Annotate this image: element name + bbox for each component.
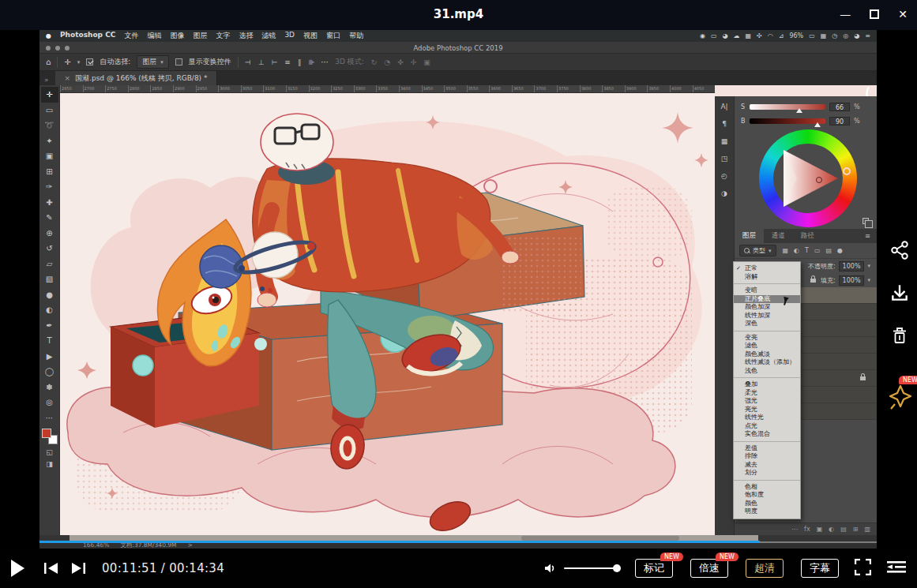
adjustments-panel-icon[interactable]: ◑ [721,189,727,197]
home-icon[interactable]: ⌂ [46,58,51,66]
search-icon[interactable]: ◎ [843,30,848,42]
playlist-button[interactable] [887,560,906,577]
show-transform-checkbox[interactable] [175,58,182,66]
blend-mode-item[interactable]: 减去 [734,461,800,470]
menu-list-icon[interactable]: ≡ [865,30,870,42]
filter-pixel-icon[interactable]: ▦ [783,247,789,254]
stamp-tool[interactable]: ⊕ [41,226,58,242]
minimize-icon[interactable]: — [840,6,851,22]
brightness-value[interactable]: 90 [829,117,850,125]
menu-item-11[interactable]: 帮助 [349,31,363,41]
record-icon[interactable]: ◉ [700,30,705,42]
marquee-tool[interactable]: ▭ [41,103,58,118]
delete-layer-icon[interactable]: ▥ [864,526,870,533]
align-icon-3[interactable]: ≡ [284,58,291,66]
pin-button[interactable]: NEW [887,384,912,414]
effects-icon[interactable]: fx [804,526,810,533]
adjustment-icon[interactable]: ◐ [829,526,834,533]
dodge-tool[interactable]: ◐ [41,302,58,318]
panel-resize-icon[interactable] [863,218,869,224]
pen-tool[interactable]: ✒ [41,318,58,334]
type-tool[interactable]: T [41,333,58,349]
toolbar-collapse-icon[interactable]: » [39,76,55,85]
saturation-slider[interactable] [750,104,825,110]
share-button[interactable] [888,238,911,262]
move-tool-icon[interactable]: ✛ [64,58,70,66]
blend-mode-item[interactable]: 线性加深 [734,312,800,320]
download-button[interactable] [888,281,911,305]
volume-slider[interactable] [564,567,619,569]
siri-icon[interactable]: ◕ [854,30,859,42]
group-icon[interactable]: ▤ [840,526,847,533]
blend-mode-item[interactable]: 变暗 [734,287,800,295]
blend-mode-item[interactable]: 亮光 [734,406,800,414]
menu-item-8[interactable]: 3D [284,31,295,41]
gradient-tool[interactable]: ▧ [41,272,58,287]
volume-icon[interactable] [544,563,558,574]
blend-mode-item[interactable]: 强光 [734,397,800,406]
blend-mode-item[interactable]: 点光 [734,422,800,431]
filter-smart-icon[interactable]: ▤ [826,247,832,254]
zoom-tool[interactable]: ◎ [41,395,58,410]
apple-menu-icon[interactable]: ● [46,32,51,39]
quality-button[interactable]: 超清 [746,559,784,578]
color-wheel[interactable] [759,129,857,227]
mask-icon[interactable]: ▣ [817,526,823,533]
delete-button[interactable] [888,324,911,347]
menu-item-6[interactable]: 选择 [239,31,253,41]
filter-type-icon[interactable]: T [805,247,809,254]
panel-tab-1[interactable]: 通道 [764,229,793,243]
blend-mode-item[interactable]: 滤色 [734,342,800,350]
fullscreen-button[interactable] [855,559,871,579]
blend-mode-item[interactable]: 色相 [734,483,800,492]
screen-mode-icon[interactable]: ◨ [46,460,53,468]
filter-adjust-icon[interactable]: ◐ [794,247,799,254]
airplay-icon[interactable]: ⊿ [779,30,784,42]
chevron-down-icon[interactable]: ▾ [867,263,870,269]
filter-attr-icon[interactable]: ● [837,247,843,254]
video-frame[interactable]: ● Photoshop CC文件编辑图像图层文字选择滤镜3D视图窗口帮助 ◉▭◕… [39,30,877,549]
play-button[interactable] [11,560,24,577]
blend-mode-item[interactable]: 颜色减淡 [734,350,800,359]
previous-button[interactable] [43,562,59,575]
hue-ring-selector[interactable] [843,167,851,175]
blend-mode-item[interactable]: 线性减淡（添加） [734,358,800,367]
blend-mode-item[interactable]: 深色 [734,320,800,328]
subtitle-button[interactable]: 字幕 [801,559,839,578]
blend-mode-item[interactable]: 颜色加深 [734,303,800,312]
document-tab[interactable]: × 国潮.psd @ 166% (线稿 拷贝, RGB/8) * [55,71,218,85]
maximize-icon[interactable] [870,9,879,19]
libraries-panel-icon[interactable]: ◳ [721,155,728,163]
move-tool[interactable]: ✛ [41,87,58,103]
volume-control[interactable] [544,563,619,574]
menu-item-2[interactable]: 编辑 [147,31,161,41]
align-icon-0[interactable]: ⊣ [245,58,251,66]
mark-button[interactable]: 标记NEW [635,559,673,578]
more-options-icon[interactable]: ⋯ [321,58,329,66]
menu-item-1[interactable]: 文件 [124,31,138,41]
paragraph-panel-icon[interactable]: ¶ [722,120,727,128]
filter-shape-icon[interactable]: ▭ [814,247,821,254]
auto-select-dropdown[interactable]: 图层 ▾ [137,55,169,69]
menu-item-9[interactable]: 视图 [303,31,318,41]
blend-mode-menu[interactable]: 正常✓溶解变暗正片叠底颜色加深线性加深深色变亮滤色颜色减淡线性减淡（添加）浅色叠… [733,261,801,519]
menu-item-10[interactable]: 窗口 [326,31,340,41]
foreground-color-swatch[interactable] [42,429,51,438]
blend-mode-item[interactable]: 变亮 [734,334,800,343]
display-icon[interactable]: ▭ [711,30,717,42]
align-icon-5[interactable]: ⊪ [308,58,314,66]
lasso-tool[interactable]: ➰ [41,118,58,133]
eraser-tool[interactable]: ▱ [41,257,58,272]
blend-mode-item[interactable]: 柔光 [734,389,800,398]
lock-icon[interactable] [810,279,816,283]
blend-mode-item[interactable]: 饱和度 [734,491,800,500]
menu-item-4[interactable]: 图层 [193,31,207,41]
frame-tool[interactable]: ⊞ [41,164,58,180]
blend-mode-item[interactable]: 颜色 [734,500,800,508]
fan-icon[interactable]: ✣ [757,30,762,42]
blend-mode-item[interactable]: 明度 [734,507,800,516]
grid-panel-icon[interactable]: ▦ [721,137,728,145]
menu-item-3[interactable]: 图像 [170,31,184,41]
new-layer-icon[interactable]: ⊞ [853,526,859,533]
blend-mode-item[interactable]: 划分 [734,469,800,478]
